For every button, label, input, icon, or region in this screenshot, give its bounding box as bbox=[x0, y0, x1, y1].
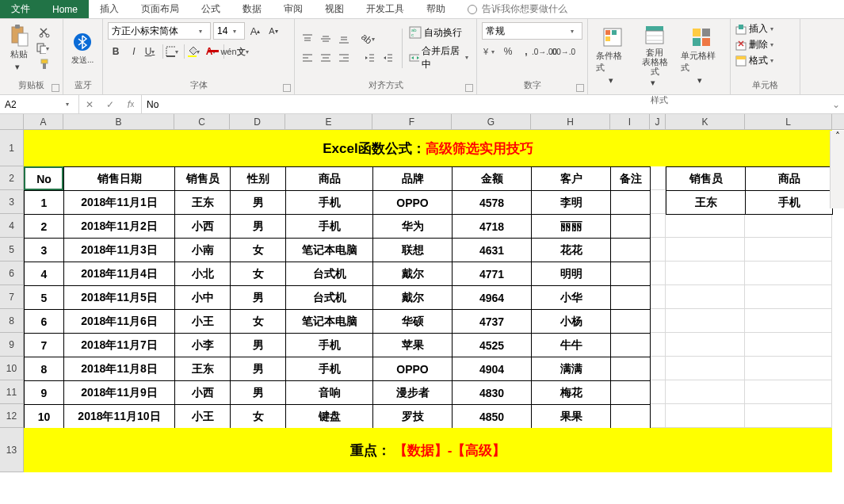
col-header-A[interactable]: A bbox=[24, 114, 63, 129]
table-cell[interactable]: 小李 bbox=[175, 334, 231, 357]
menu-insert[interactable]: 插入 bbox=[89, 0, 130, 18]
table-cell[interactable]: 10 bbox=[25, 405, 64, 429]
table-cell[interactable]: 男 bbox=[231, 215, 286, 239]
table-cell[interactable]: 小华 bbox=[532, 286, 611, 310]
table-cell[interactable]: 5 bbox=[25, 286, 64, 310]
name-box[interactable]: A2▾ bbox=[0, 95, 79, 113]
table-cell[interactable]: 李明 bbox=[532, 191, 611, 215]
table-cell[interactable]: 2018年11月3日 bbox=[64, 239, 175, 262]
col-header-E[interactable]: E bbox=[285, 114, 372, 129]
table-cell[interactable]: 小王 bbox=[175, 405, 231, 429]
table-header[interactable]: 品牌 bbox=[373, 167, 453, 191]
table-cell[interactable] bbox=[611, 215, 651, 239]
table-cell[interactable] bbox=[611, 334, 651, 357]
enter-button[interactable]: ✓ bbox=[100, 99, 120, 110]
row-header-8[interactable]: 8 bbox=[0, 309, 24, 333]
grow-font-button[interactable]: A▴ bbox=[247, 24, 263, 38]
table-cell[interactable] bbox=[611, 405, 651, 429]
table-cell[interactable] bbox=[611, 357, 651, 381]
table-cell[interactable]: 花花 bbox=[532, 239, 611, 262]
col-header-G[interactable]: G bbox=[452, 114, 531, 129]
table-cell[interactable]: 小西 bbox=[175, 381, 231, 405]
format-cells-button[interactable]: 格式▾ bbox=[735, 54, 795, 67]
table-cell[interactable] bbox=[611, 262, 651, 286]
table-header[interactable]: 销售日期 bbox=[64, 167, 175, 191]
align-center-button[interactable] bbox=[318, 51, 334, 65]
insert-cells-button[interactable]: 插入▾ bbox=[735, 22, 795, 36]
table-cell[interactable]: 4525 bbox=[453, 334, 532, 357]
criteria-cell[interactable]: 手机 bbox=[746, 191, 833, 215]
table-header[interactable]: 金额 bbox=[453, 167, 532, 191]
underline-button[interactable]: U▾ bbox=[144, 44, 160, 59]
table-cell[interactable]: 小南 bbox=[175, 239, 231, 262]
fill-color-button[interactable]: ▾ bbox=[187, 44, 203, 59]
table-cell[interactable]: 2018年11月7日 bbox=[64, 334, 175, 357]
col-header-H[interactable]: H bbox=[531, 114, 610, 129]
dialog-launcher-icon[interactable] bbox=[52, 84, 59, 92]
table-cell[interactable]: 戴尔 bbox=[373, 262, 453, 286]
table-cell[interactable]: 音响 bbox=[286, 381, 373, 405]
table-cell[interactable]: 罗技 bbox=[373, 405, 453, 429]
menu-help[interactable]: 帮助 bbox=[415, 0, 456, 18]
font-color-button[interactable]: A▾ bbox=[205, 44, 221, 59]
table-cell[interactable]: 华为 bbox=[373, 215, 453, 239]
menu-layout[interactable]: 页面布局 bbox=[130, 0, 190, 18]
bold-button[interactable]: B bbox=[108, 44, 124, 59]
collapse-ribbon-button[interactable]: ˄ bbox=[830, 131, 844, 208]
criteria-cell[interactable]: 王东 bbox=[666, 191, 746, 215]
row-header-9[interactable]: 9 bbox=[0, 333, 24, 357]
table-cell[interactable] bbox=[611, 239, 651, 262]
table-cell[interactable]: 7 bbox=[25, 334, 64, 357]
row-header-3[interactable]: 3 bbox=[0, 190, 24, 214]
merge-center-button[interactable]: 合并后居中▾ bbox=[409, 44, 472, 71]
table-cell[interactable]: 小西 bbox=[175, 215, 231, 239]
criteria-header[interactable]: 商品 bbox=[746, 167, 833, 191]
table-cell[interactable]: 笔记本电脑 bbox=[286, 239, 373, 262]
row-header-13[interactable]: 13 bbox=[0, 428, 24, 472]
table-cell[interactable]: 4631 bbox=[453, 239, 532, 262]
table-cell[interactable]: 2018年11月1日 bbox=[64, 191, 175, 215]
table-header[interactable]: 性别 bbox=[231, 167, 286, 191]
row-header-5[interactable]: 5 bbox=[0, 238, 24, 262]
cancel-button[interactable]: ✕ bbox=[79, 99, 100, 110]
table-header[interactable]: No bbox=[25, 167, 64, 191]
table-cell[interactable]: 4850 bbox=[453, 405, 532, 429]
table-cell[interactable] bbox=[611, 310, 651, 334]
menu-review[interactable]: 审阅 bbox=[273, 0, 314, 18]
table-cell[interactable]: 男 bbox=[231, 286, 286, 310]
row-header-11[interactable]: 11 bbox=[0, 380, 24, 404]
table-cell[interactable]: 华硕 bbox=[373, 310, 453, 334]
table-header[interactable]: 销售员 bbox=[175, 167, 231, 191]
font-size-combo[interactable]: 14▾ bbox=[213, 22, 245, 40]
format-painter-button[interactable] bbox=[36, 57, 52, 71]
table-cell[interactable]: 小北 bbox=[175, 262, 231, 286]
col-header-J[interactable]: J bbox=[650, 114, 666, 129]
table-cell[interactable]: 6 bbox=[25, 310, 64, 334]
table-cell[interactable]: 果果 bbox=[532, 405, 611, 429]
table-cell[interactable]: 女 bbox=[231, 310, 286, 334]
table-cell[interactable]: 丽丽 bbox=[532, 215, 611, 239]
table-cell[interactable]: 女 bbox=[231, 405, 286, 429]
table-cell[interactable]: 明明 bbox=[532, 262, 611, 286]
row-header-12[interactable]: 12 bbox=[0, 404, 24, 428]
table-cell[interactable]: 4830 bbox=[453, 381, 532, 405]
table-cell[interactable]: 4 bbox=[25, 262, 64, 286]
col-header-B[interactable]: B bbox=[63, 114, 174, 129]
table-cell[interactable]: 苹果 bbox=[373, 334, 453, 357]
table-cell[interactable]: 1 bbox=[25, 191, 64, 215]
table-cell[interactable]: 戴尔 bbox=[373, 286, 453, 310]
align-right-button[interactable] bbox=[336, 51, 352, 65]
align-bottom-button[interactable] bbox=[336, 32, 352, 46]
tell-me[interactable]: 告诉我你想要做什么 bbox=[456, 0, 579, 18]
row-header-6[interactable]: 6 bbox=[0, 262, 24, 285]
number-format-combo[interactable]: 常规▾ bbox=[482, 22, 582, 40]
row-header-1[interactable]: 1 bbox=[0, 130, 24, 166]
table-cell[interactable]: 2 bbox=[25, 215, 64, 239]
table-cell[interactable]: 4771 bbox=[453, 262, 532, 286]
accounting-button[interactable]: ¥▾ bbox=[482, 44, 498, 59]
menu-home[interactable]: Home bbox=[41, 0, 89, 18]
dialog-launcher-icon[interactable] bbox=[465, 84, 473, 92]
menu-view[interactable]: 视图 bbox=[314, 0, 355, 18]
col-header-D[interactable]: D bbox=[230, 114, 285, 129]
table-cell[interactable]: 男 bbox=[231, 381, 286, 405]
